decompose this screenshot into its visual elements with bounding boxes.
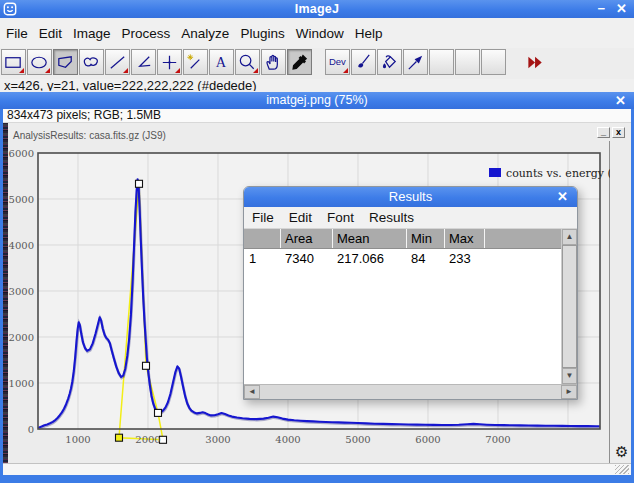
y-tick-label: 0 (28, 424, 34, 435)
js9-close-button[interactable]: x (612, 127, 625, 138)
gear-icon[interactable]: ⚙ (615, 443, 628, 461)
horizontal-scroll-track[interactable] (260, 385, 561, 399)
tool-wand[interactable] (183, 49, 208, 75)
dropdown-corner-icon (19, 68, 24, 73)
menu-help[interactable]: Help (355, 26, 383, 41)
dropdown-corner-icon (123, 68, 128, 73)
results-cell: 1 (244, 249, 280, 268)
scroll-left-icon[interactable]: ◄ (244, 385, 260, 399)
color-picker-icon (289, 52, 310, 73)
tool-oval[interactable] (27, 49, 52, 75)
wand-icon (185, 52, 206, 73)
results-horizontal-scrollbar[interactable]: ◄ ► (244, 384, 577, 399)
results-header-area[interactable]: Area (280, 229, 332, 248)
tool-angle[interactable] (131, 49, 156, 75)
tool-rectangle[interactable] (1, 49, 26, 75)
imagej-toolbar: ADev (0, 48, 634, 79)
tool-text[interactable]: A (209, 49, 234, 75)
x-tick-label: 6000 (415, 434, 440, 445)
results-title-bar[interactable]: Results ✕ (244, 187, 577, 207)
results-close-icon[interactable]: ✕ (557, 189, 568, 204)
menu-plugins[interactable]: Plugins (240, 26, 284, 41)
results-menu-file[interactable]: File (252, 210, 274, 225)
resize-grip-icon[interactable] (615, 465, 629, 474)
image-window-title: imatgej.png (75%) (0, 93, 634, 107)
dropdown-corner-icon (343, 68, 348, 73)
results-row[interactable]: 17340217.06684233 (244, 249, 561, 268)
scroll-down-icon[interactable]: ▼ (562, 368, 577, 384)
y-tick-label: 6000 (9, 148, 34, 159)
tool-more-tools[interactable] (520, 49, 552, 75)
tool-dev[interactable]: Dev (325, 49, 350, 75)
results-header-col5 (484, 229, 561, 248)
scroll-up-icon[interactable]: ▲ (562, 229, 577, 245)
menu-edit[interactable]: Edit (39, 26, 62, 41)
roi-vertex-handle[interactable] (155, 409, 162, 416)
menu-window[interactable]: Window (296, 26, 344, 41)
cursor-status-line: x=426, y=21, value=222,222,222 (#dedede) (4, 78, 484, 91)
results-table: AreaMeanMinMax 17340217.06684233 (244, 229, 561, 384)
menu-analyze[interactable]: Analyze (181, 26, 229, 41)
results-cell: 84 (406, 249, 444, 268)
tool-arrow[interactable] (403, 49, 428, 75)
results-table-empty-area (244, 268, 561, 384)
roi-vertex-handle[interactable] (136, 180, 143, 187)
tool-fill[interactable] (377, 49, 402, 75)
menu-process[interactable]: Process (122, 26, 171, 41)
imagej-title-bar[interactable]: ImageJ − ✕ (0, 0, 634, 18)
menu-file[interactable]: File (6, 26, 28, 41)
brush-icon (353, 52, 374, 73)
svg-text:A: A (216, 54, 227, 70)
tool-blank-1 (429, 49, 454, 75)
tool-zoom[interactable] (235, 49, 260, 75)
tool-brush[interactable] (351, 49, 376, 75)
screen: ImageJ − ✕ FileEditImageProcessAnalyzePl… (0, 0, 634, 483)
minimize-icon[interactable]: − (598, 1, 606, 17)
tool-freehand[interactable] (79, 49, 104, 75)
image-window-title-bar[interactable]: imatgej.png (75%) ✕ (0, 92, 634, 109)
hand-icon (263, 52, 284, 73)
results-header-max[interactable]: Max (444, 229, 484, 248)
image-window-close-icon[interactable]: ✕ (615, 93, 626, 108)
results-window[interactable]: Results ✕ FileEditFontResults AreaMeanMi… (243, 186, 578, 400)
results-vertical-scrollbar[interactable]: ▲ ▼ (561, 229, 577, 384)
js9-bottom-strip (3, 463, 631, 475)
tool-polygon[interactable] (53, 49, 78, 75)
roi-vertex-handle[interactable] (143, 362, 150, 369)
menu-image[interactable]: Image (73, 26, 111, 41)
y-tick-label: 5000 (9, 194, 34, 205)
more-tools-icon (523, 52, 549, 73)
js9-panel-header: AnalysisResults: casa.fits.gz (JS9) (13, 130, 166, 141)
tool-dropper[interactable] (287, 49, 312, 75)
scroll-right-icon[interactable]: ► (561, 385, 577, 399)
vertical-scroll-thumb[interactable] (562, 245, 577, 368)
results-menu-font[interactable]: Font (327, 210, 354, 225)
results-header-min[interactable]: Min (406, 229, 444, 248)
arrow-tool-icon (405, 52, 426, 73)
results-cell: 217.066 (332, 249, 406, 268)
roi-vertex-handle[interactable] (116, 434, 123, 441)
results-menu-results[interactable]: Results (369, 210, 414, 225)
y-tick-label: 1000 (9, 378, 34, 389)
tool-hand[interactable] (261, 49, 286, 75)
imagej-menu-bar: FileEditImageProcessAnalyzePluginsWindow… (0, 18, 634, 48)
results-header-col0 (244, 229, 280, 248)
results-header-mean[interactable]: Mean (332, 229, 406, 248)
legend-label: counts vs. energy (ev) (506, 167, 610, 180)
results-menu-edit[interactable]: Edit (289, 210, 312, 225)
results-window-title: Results (244, 189, 577, 204)
tool-point[interactable] (157, 49, 182, 75)
results-menu-bar: FileEditFontResults (244, 207, 577, 229)
results-cell (484, 249, 561, 268)
js9-minimize-button[interactable]: _ (597, 127, 610, 138)
x-tick-label: 5000 (345, 434, 370, 445)
results-table-header: AreaMeanMinMax (244, 229, 561, 249)
tool-line[interactable] (105, 49, 130, 75)
image-info-bar: 834x473 pixels; RGB; 1.5MB (3, 109, 631, 122)
dropdown-corner-icon (175, 68, 180, 73)
image-window-bottom-border (0, 474, 634, 483)
x-tick-label: 2000 (135, 434, 160, 445)
x-tick-label: 1000 (65, 434, 90, 445)
close-icon[interactable]: ✕ (616, 1, 627, 17)
tool-blank-2 (455, 49, 480, 75)
